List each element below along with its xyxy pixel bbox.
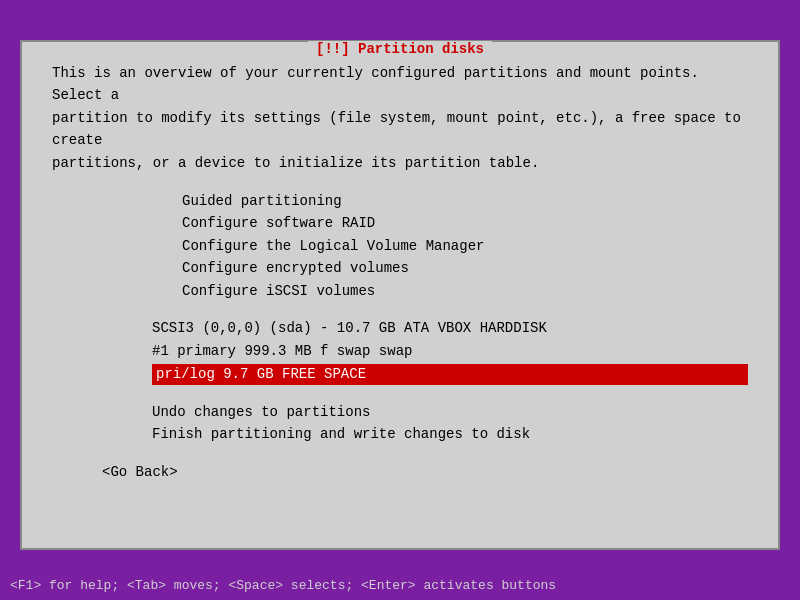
disk-section: SCSI3 (0,0,0) (sda) - 10.7 GB ATA VBOX H… [52,318,748,385]
description-line3: partitions, or a device to initialize it… [52,155,539,171]
disk-free-space-row[interactable]: pri/log 9.7 GB FREE SPACE [152,364,748,385]
action-finish[interactable]: Finish partitioning and write changes to… [152,423,748,445]
dialog-window: [!!] Partition disks This is an overview… [20,40,780,550]
dialog-title: [!!] Partition disks [308,41,492,57]
menu-list: Guided partitioning Configure software R… [182,190,748,302]
disk-label: SCSI3 (0,0,0) (sda) - 10.7 GB ATA VBOX H… [152,318,748,339]
menu-item-encrypted[interactable]: Configure encrypted volumes [182,257,748,279]
menu-item-iscsi[interactable]: Configure iSCSI volumes [182,280,748,302]
menu-item-raid[interactable]: Configure software RAID [182,212,748,234]
menu-item-guided[interactable]: Guided partitioning [182,190,748,212]
status-bar: <F1> for help; <Tab> moves; <Space> sele… [0,570,800,600]
description-line2: partition to modify its settings (file s… [52,110,741,148]
action-undo[interactable]: Undo changes to partitions [152,401,748,423]
disk-partition-row[interactable]: #1 primary 999.3 MB f swap swap [152,341,748,362]
status-text: <F1> for help; <Tab> moves; <Space> sele… [10,578,556,593]
description-text: This is an overview of your currently co… [52,62,748,174]
menu-item-lvm[interactable]: Configure the Logical Volume Manager [182,235,748,257]
action-list: Undo changes to partitions Finish partit… [152,401,748,446]
content-area: This is an overview of your currently co… [22,42,778,498]
go-back-button[interactable]: <Go Back> [102,462,748,483]
description-line1: This is an overview of your currently co… [52,65,699,103]
